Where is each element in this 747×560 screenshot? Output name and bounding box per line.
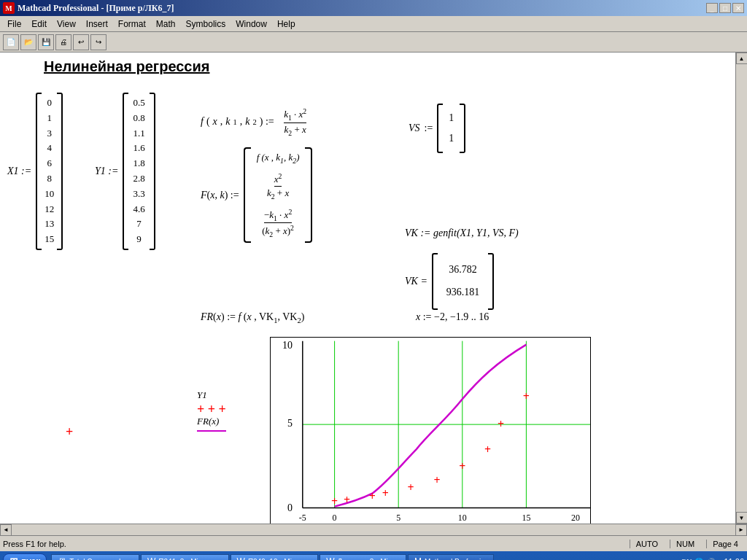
- svg-text:+: +: [498, 418, 504, 430]
- close-button[interactable]: ✕: [732, 3, 744, 13]
- clock: 11:06: [724, 557, 744, 560]
- graph-svg: 10 5 0 -5 0 5 10 15 20 X1, x + +: [271, 338, 590, 524]
- window-title: Mathcad Professional - [Приме р/ЛК6_7]: [18, 3, 174, 14]
- taskbar-item-0[interactable]: 🖥 Total Commander...: [51, 554, 139, 560]
- page-title: Нелинейная регрессия: [44, 58, 209, 75]
- main-area: Нелинейная регрессия X1 := 0134681012131…: [0, 52, 747, 524]
- graph-container: 10 5 0 -5 0 5 10 15 20 X1, x + +: [270, 337, 591, 524]
- title-bar: M Mathcad Professional - [Приме р/ЛК6_7]…: [0, 0, 747, 16]
- print-button[interactable]: 🖨: [55, 34, 71, 50]
- status-mode: AUTO: [630, 540, 664, 548]
- menu-math[interactable]: Math: [152, 18, 180, 31]
- toolbar: 📄 📂 💾 🖨 ↩ ↪: [0, 32, 747, 52]
- scrollbar-right[interactable]: ▲ ▼: [735, 52, 747, 524]
- menu-symbolics[interactable]: Symbolics: [182, 18, 231, 31]
- tray-lang: RU: [682, 558, 692, 561]
- vk-genfit: VK := genfit(X1, Y1, VS, F): [405, 228, 519, 239]
- svg-text:+: +: [408, 481, 414, 494]
- vk-value: VK = 36.782 936.181: [405, 253, 494, 310]
- menu-view[interactable]: View: [53, 18, 80, 31]
- scroll-track[interactable]: [736, 64, 747, 512]
- taskbar-item-2[interactable]: W П249_10 - Micros...: [231, 554, 319, 560]
- scroll-bottom-track[interactable]: [12, 524, 735, 535]
- start-button[interactable]: ⊞ пуск: [3, 553, 47, 560]
- taskbar-tray: RU 🌐 🔊 11:06: [682, 557, 744, 560]
- vs-definition: VS := 11: [409, 104, 465, 153]
- status-page: Page 4: [706, 540, 744, 548]
- scroll-right-button[interactable]: ►: [735, 524, 747, 536]
- svg-text:10: 10: [458, 513, 467, 524]
- svg-text:0: 0: [287, 502, 293, 513]
- menu-window[interactable]: Window: [231, 18, 271, 31]
- svg-text:0: 0: [333, 513, 337, 524]
- y1-definition: Y1 := 0.50.81.11.61.82.83.34.679: [95, 93, 155, 250]
- taskbar-item-1[interactable]: W П241_3 - Microso...: [141, 554, 229, 560]
- fr-legend-label: FR(x): [197, 416, 226, 432]
- svg-text:+: +: [433, 474, 440, 486]
- scroll-left-button[interactable]: ◄: [0, 524, 12, 536]
- y1-legend-label: Y1: [197, 389, 226, 401]
- status-bar: Press F1 for help. AUTO NUM Page 4: [0, 535, 747, 551]
- taskbar: ⊞ пуск 🖥 Total Commander... W П241_3 - M…: [0, 551, 747, 560]
- svg-text:5: 5: [396, 513, 400, 524]
- fr-definition: FR(x) := f (x , VK1, VK2): [201, 311, 304, 324]
- menu-format[interactable]: Format: [114, 18, 150, 31]
- status-num: NUM: [670, 540, 700, 548]
- new-button[interactable]: 📄: [3, 34, 19, 50]
- status-help: Press F1 for help.: [3, 540, 630, 548]
- menu-help[interactable]: Help: [273, 18, 300, 31]
- legend: Y1 + + + FR(x): [197, 389, 226, 432]
- menu-insert[interactable]: Insert: [82, 18, 112, 31]
- scrollbar-bottom[interactable]: ◄ ►: [0, 524, 747, 535]
- svg-text:-5: -5: [299, 513, 306, 524]
- x-range: x := −2, −1.9 .. 16: [416, 311, 489, 323]
- save-button[interactable]: 💾: [38, 34, 54, 50]
- svg-text:+: +: [459, 460, 465, 472]
- f-definition: f(x, k1, k2) := k1 · x2 k2 + x: [201, 107, 308, 137]
- tray-network-icon: 🌐: [694, 558, 703, 561]
- svg-text:5: 5: [287, 418, 293, 429]
- stray-plus: +: [66, 424, 73, 440]
- open-button[interactable]: 📂: [20, 34, 36, 50]
- undo-button[interactable]: ↩: [73, 34, 89, 50]
- svg-text:+: +: [523, 390, 530, 402]
- svg-text:+: +: [331, 495, 338, 508]
- plus-legend: + + +: [197, 402, 226, 416]
- menu-file[interactable]: File: [3, 18, 26, 31]
- svg-text:+: +: [484, 443, 491, 456]
- window-controls[interactable]: _ □ ✕: [706, 3, 744, 13]
- F-definition: F(x, k) := f (x , k1, k2) x2 k2 + x: [201, 147, 312, 243]
- content-area: Нелинейная регрессия X1 := 0134681012131…: [0, 52, 735, 524]
- tray-speaker-icon: 🔊: [706, 558, 715, 561]
- scroll-up-button[interactable]: ▲: [736, 52, 748, 64]
- x1-definition: X1 := 01346810121315: [7, 93, 63, 250]
- svg-text:20: 20: [571, 513, 580, 524]
- svg-text:+: +: [344, 494, 350, 506]
- minimize-button[interactable]: _: [706, 3, 718, 13]
- taskbar-item-3[interactable]: W Документ3 - Micr...: [320, 554, 406, 560]
- redo-button[interactable]: ↪: [90, 34, 107, 50]
- svg-text:+: +: [382, 487, 389, 499]
- scroll-down-button[interactable]: ▼: [736, 512, 748, 524]
- menu-edit[interactable]: Edit: [27, 18, 51, 31]
- menu-bar: File Edit View Insert Format Math Symbol…: [0, 16, 747, 32]
- maximize-button[interactable]: □: [719, 3, 731, 13]
- taskbar-item-4[interactable]: M Mathcad Professi...: [408, 554, 494, 560]
- svg-text:15: 15: [522, 513, 530, 524]
- taskbar-items: 🖥 Total Commander... W П241_3 - Microso.…: [51, 554, 677, 560]
- svg-text:+: +: [369, 490, 376, 502]
- app-icon: M: [3, 2, 15, 14]
- svg-text:10: 10: [282, 340, 293, 351]
